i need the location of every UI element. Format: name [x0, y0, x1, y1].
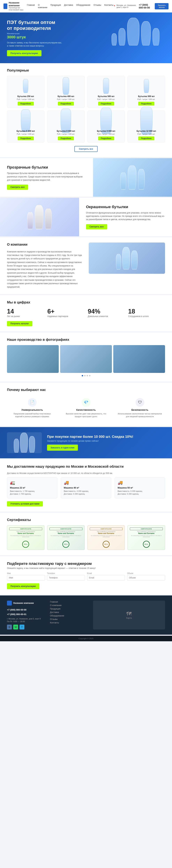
product-bottle	[144, 79, 149, 93]
footer-nav-link[interactable]: Продукция	[50, 608, 86, 610]
nav-link[interactable]: О компании	[38, 4, 47, 9]
dot-2[interactable]	[84, 375, 85, 376]
promo-button[interactable]: Заказать в один клик	[47, 444, 78, 451]
product-image	[130, 78, 163, 94]
manager-field: Email	[87, 572, 125, 581]
delivery-icon: 🚚	[64, 480, 108, 485]
field-input[interactable]	[127, 575, 165, 581]
stat-label: Лет на рынке	[7, 315, 44, 317]
product-button[interactable]: Подробнее	[58, 102, 74, 105]
about-image	[89, 243, 165, 274]
delivery-grid: 🚛 Машина 22 м² Вместимость: 1 700 единиц…	[7, 477, 165, 498]
product-button[interactable]: Подробнее	[98, 136, 114, 140]
nav-link[interactable]: Оборудование	[76, 4, 91, 9]
social-tg-icon[interactable]: T	[20, 625, 24, 629]
nav-link[interactable]: Продукция	[50, 4, 61, 9]
product-name: Бутылка 12 000 мл	[130, 130, 163, 132]
nav-link[interactable]: Контакты	[104, 4, 114, 9]
why-title-item: Безопасность	[118, 408, 162, 411]
footer-nav-link[interactable]: О компании	[50, 604, 86, 607]
location: 📍 Москва, ул. Названия, дом 5, корп 9	[113, 4, 137, 8]
product-card: Бутылка 500 мл Руб. / штук / 100 шт. Под…	[88, 76, 125, 108]
cert-name: Name and Surname	[90, 532, 123, 534]
cert-body: for outstanding contribution and excelle…	[130, 535, 163, 537]
promo-bottle-3	[29, 436, 35, 453]
footer-nav-link[interactable]: Оборудование	[50, 615, 86, 617]
nav-link[interactable]: Отзывы	[94, 4, 101, 9]
why-item: 🛡 Безопасность Использование экологическ…	[115, 395, 165, 421]
trans-bottle-1	[120, 172, 126, 190]
product-price: Руб. / штук / 100 шт.	[130, 98, 163, 100]
product-price: Руб. / штук / 100 шт.	[9, 133, 42, 135]
logo[interactable]: Название компании Производство пластиков…	[3, 1, 27, 11]
product-button[interactable]: Подробнее	[138, 102, 154, 105]
callback-button[interactable]: Заказать звонок	[155, 3, 169, 9]
product-button[interactable]: Подробнее	[18, 102, 34, 105]
product-card: Бутылка 250 мл Руб. / штук / 100 шт. Под…	[7, 76, 45, 108]
footer-nav-link[interactable]: Доставка	[50, 611, 86, 614]
product-bottle	[103, 78, 109, 94]
social-wa-icon[interactable]: W	[13, 625, 18, 629]
delivery-info: Вместимость: 4 200 единицДоставка: 4 200…	[64, 490, 108, 495]
delivery-button[interactable]: Уточнить условия доставки	[7, 501, 43, 506]
footer-phone[interactable]: +7 (000) 000-00-01	[7, 612, 43, 617]
hero-button[interactable]: Получить консультацию	[7, 50, 42, 56]
product-button[interactable]: Подробнее	[58, 136, 74, 140]
footer-nav-link[interactable]: Главная	[50, 601, 86, 603]
footer-col-nav: ГлавнаяО компанииПродукцияДоставкаОборуд…	[50, 601, 86, 629]
colored-btn[interactable]: Смотреть все	[86, 224, 107, 229]
field-input[interactable]	[87, 575, 125, 581]
footer-phone[interactable]: +7 (000) 000-00-00	[7, 608, 43, 612]
logo-text: Название компании Производство пластиков…	[9, 1, 27, 11]
why-icon: 🛡	[136, 398, 144, 407]
why-icon: 💎	[82, 398, 91, 407]
photos-section: Наше производство в фотографиях	[0, 333, 172, 381]
product-card: Бутылка 500 мл Руб. / штук / 100 шт. Под…	[127, 76, 165, 108]
colored-section: Окрашенные бутылки Отличаются функционал…	[0, 198, 172, 236]
footer-copyright: Copyright © 2025	[0, 636, 172, 641]
footer-nav-link[interactable]: Отзывы	[50, 618, 86, 620]
field-input[interactable]	[7, 575, 45, 581]
promo-bottle-1	[14, 439, 19, 453]
cert-inner: CERTIFICATE This certificate is presente…	[88, 526, 125, 550]
dot-4[interactable]	[89, 375, 91, 376]
cert-header: CERTIFICATE	[9, 528, 42, 530]
nav-link[interactable]: Главная	[27, 4, 35, 9]
product-card: Бутылка 9 000 мл Руб. / штук / 100 шт. П…	[88, 111, 125, 143]
cert-seal: SEAL	[63, 541, 69, 548]
nav-link[interactable]: Доставка	[64, 4, 73, 9]
product-button[interactable]: Подробнее	[18, 136, 34, 140]
map-placeholder: 🗺 Карта	[126, 611, 132, 619]
colored-text: Окрашенные бутылки Отличаются функционал…	[79, 198, 172, 236]
show-all-button[interactable]: Смотреть все	[74, 146, 98, 152]
social-vk-icon[interactable]: В	[7, 625, 12, 629]
product-bottle	[60, 108, 71, 133]
dot-3[interactable]	[87, 375, 88, 376]
product-card: Бутылка 12 000 мл Руб. / штук / 100 шт. …	[127, 111, 165, 143]
cert-subtext: This certificate is presented to	[130, 531, 163, 532]
delivery-name: Машина 22 м²	[10, 487, 54, 489]
field-input[interactable]	[47, 575, 85, 581]
catalog-button[interactable]: Получить каталог	[7, 321, 32, 326]
photo-dots	[7, 375, 165, 376]
stats-title: Мы в цифрах	[7, 300, 165, 304]
phone[interactable]: +7 (000) 000-00-00	[139, 3, 153, 9]
footer-nav-link[interactable]: Контакты	[50, 621, 86, 624]
why-desc-item: Использование экологически чистых матери…	[118, 412, 162, 418]
promo-image	[7, 432, 42, 453]
cert-body: for outstanding contribution and excelle…	[49, 535, 82, 537]
manager-grid: Имя Телефон Email Объем	[7, 572, 165, 581]
product-button[interactable]: Подробнее	[98, 102, 114, 105]
transparent-btn[interactable]: Смотреть все	[7, 185, 28, 190]
hero-min-order: 3000 штук	[7, 35, 62, 39]
stat-label: Надежных партнеров	[47, 315, 84, 317]
product-button[interactable]: Подробнее	[138, 136, 154, 140]
dot-1[interactable]	[82, 375, 83, 376]
field-label: Имя	[7, 572, 45, 574]
nav-links: ГлавнаяО компанииПродукцияДоставкаОборуд…	[27, 4, 113, 9]
why-title-item: Универсальность	[10, 408, 54, 411]
manager-button[interactable]: Получить консультацию	[7, 583, 40, 589]
why-title: Почему выбирают нас	[7, 388, 165, 392]
product-image	[90, 78, 123, 94]
cert-inner: CERTIFICATE This certificate is presente…	[47, 526, 84, 550]
